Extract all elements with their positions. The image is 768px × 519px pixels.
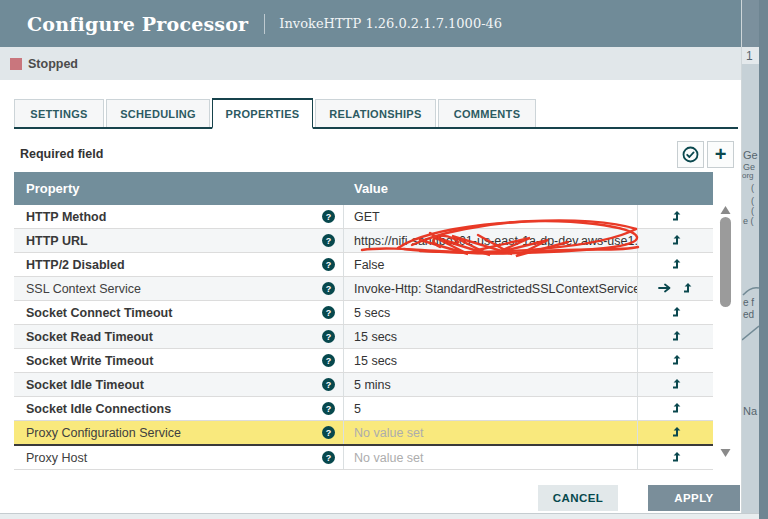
property-name: SSL Context Service	[26, 282, 322, 296]
table-row[interactable]: Socket Connect Timeout?5 secs	[14, 301, 713, 325]
tab-scheduling[interactable]: SCHEDULING	[106, 99, 210, 127]
help-icon[interactable]: ?	[322, 354, 335, 367]
property-name-cell: Proxy Host?	[14, 446, 344, 469]
table-scrollbar	[719, 205, 732, 458]
property-value-cell[interactable]: No value set	[344, 421, 638, 444]
table-row[interactable]: Socket Read Timeout?15 secs	[14, 325, 713, 349]
page-bottom-strip	[0, 513, 759, 519]
property-value-cell[interactable]: 15 secs	[344, 349, 638, 372]
background-text-fragment: (	[751, 207, 754, 216]
nifi-screen: 1GeGeorg(((e (e fedNa Configure Processo…	[0, 0, 768, 519]
property-name: Socket Connect Timeout	[26, 306, 322, 320]
table-row[interactable]: HTTP Method?GET	[14, 205, 713, 229]
property-name-cell: HTTP Method?	[14, 205, 344, 228]
table-row[interactable]: Proxy Configuration Service?No value set	[14, 421, 713, 446]
help-icon[interactable]: ?	[322, 451, 335, 464]
apply-button[interactable]: APPLY	[648, 485, 740, 511]
column-header-value: Value	[344, 181, 713, 196]
property-name: HTTP URL	[26, 234, 322, 248]
table-row[interactable]: Socket Write Timeout?15 secs	[14, 349, 713, 373]
background-text-fragment: 1	[746, 50, 753, 62]
convert-to-parameter-icon[interactable]	[670, 328, 682, 346]
convert-to-parameter-icon[interactable]	[670, 376, 682, 394]
property-name-cell: HTTP URL?	[14, 229, 344, 252]
processor-status-bar: Stopped	[0, 47, 741, 80]
convert-to-parameter-icon[interactable]	[670, 424, 682, 442]
property-value-cell[interactable]: 5	[344, 397, 638, 420]
table-row[interactable]: Socket Idle Connections?5	[14, 397, 713, 421]
convert-to-parameter-icon[interactable]	[670, 449, 682, 467]
background-text-fragment: (	[751, 184, 754, 193]
table-row[interactable]: Proxy Host?No value set	[14, 446, 713, 470]
convert-to-parameter-icon[interactable]	[681, 280, 693, 298]
table-row[interactable]: HTTP URL?https://nifi-sandbox01-us-east-…	[14, 229, 713, 253]
help-icon[interactable]: ?	[322, 258, 335, 271]
convert-to-parameter-icon[interactable]	[670, 400, 682, 418]
row-actions-cell	[638, 253, 713, 276]
verify-properties-button[interactable]	[677, 141, 704, 168]
property-value-cell[interactable]: No value set	[344, 446, 638, 469]
background-text-fragment: ed	[743, 310, 754, 320]
table-row[interactable]: Socket Idle Timeout?5 mins	[14, 373, 713, 397]
processor-name-version: InvokeHTTP 1.26.0.2.1.7.1000-46	[279, 16, 502, 31]
help-icon[interactable]: ?	[322, 426, 335, 439]
property-name: Proxy Host	[26, 451, 322, 465]
property-name: Socket Write Timeout	[26, 354, 322, 368]
background-text-fragment: (	[751, 197, 754, 206]
property-name: Proxy Configuration Service	[26, 426, 322, 440]
property-value-cell[interactable]: https://nifi-sandbox01-us-east-1a-dp-dev…	[344, 229, 638, 252]
row-actions-cell	[638, 301, 713, 324]
tab-settings[interactable]: SETTINGS	[14, 99, 104, 127]
tab-comments[interactable]: COMMENTS	[438, 99, 536, 127]
dialog-header: Configure Processor InvokeHTTP 1.26.0.2.…	[0, 0, 741, 47]
table-header: Property Value	[14, 172, 713, 205]
convert-to-parameter-icon[interactable]	[670, 256, 682, 274]
property-value-cell[interactable]: 5 mins	[344, 373, 638, 396]
help-icon[interactable]: ?	[322, 378, 335, 391]
property-name-cell: Proxy Configuration Service?	[14, 421, 344, 444]
convert-to-parameter-icon[interactable]	[670, 208, 682, 226]
stopped-icon	[10, 58, 22, 70]
cancel-button[interactable]: CANCEL	[538, 485, 618, 511]
verify-properties-icon	[682, 146, 699, 163]
tab-properties[interactable]: PROPERTIES	[212, 98, 313, 129]
add-property-icon: +	[715, 144, 727, 164]
property-name-cell: Socket Connect Timeout?	[14, 301, 344, 324]
help-icon[interactable]: ?	[322, 282, 335, 295]
goto-service-icon[interactable]	[658, 280, 672, 298]
table-row[interactable]: HTTP/2 Disabled?False	[14, 253, 713, 277]
tab-relationships[interactable]: RELATIONSHIPS	[315, 99, 436, 127]
background-text-fragment: Na	[743, 406, 757, 417]
property-name: HTTP/2 Disabled	[26, 258, 322, 272]
background-canvas: 1GeGeorg(((e (e fedNa	[742, 0, 768, 519]
property-value-cell[interactable]: 15 secs	[344, 325, 638, 348]
property-value-cell[interactable]: False	[344, 253, 638, 276]
table-body: HTTP Method?GETHTTP URL?https://nifi-san…	[14, 205, 713, 470]
scrollbar-up-arrow[interactable]	[720, 205, 731, 215]
convert-to-parameter-icon[interactable]	[670, 352, 682, 370]
table-row[interactable]: SSL Context Service?Invoke-Http: Standar…	[14, 277, 713, 301]
property-value-cell[interactable]: Invoke-Http: StandardRestrictedSSLContex…	[344, 277, 638, 300]
convert-to-parameter-icon[interactable]	[670, 232, 682, 250]
row-actions-cell	[638, 277, 713, 300]
add-property-button[interactable]: +	[707, 141, 734, 168]
help-icon[interactable]: ?	[322, 402, 335, 415]
row-actions-cell	[638, 446, 713, 469]
dialog-tabs: SETTINGSSCHEDULINGPROPERTIESRELATIONSHIP…	[14, 98, 738, 129]
help-icon[interactable]: ?	[322, 306, 335, 319]
help-icon[interactable]: ?	[322, 210, 335, 223]
convert-to-parameter-icon[interactable]	[670, 304, 682, 322]
status-label: Stopped	[28, 57, 78, 71]
row-actions-cell	[638, 373, 713, 396]
column-header-property: Property	[14, 181, 344, 196]
background-connection-lines	[742, 0, 759, 519]
scrollbar-down-arrow[interactable]	[720, 448, 731, 458]
scrollbar-thumb[interactable]	[720, 217, 731, 307]
help-icon[interactable]: ?	[322, 234, 335, 247]
property-name-cell: SSL Context Service?	[14, 277, 344, 300]
property-value-cell[interactable]: GET	[344, 205, 638, 228]
property-value-cell[interactable]: 5 secs	[344, 301, 638, 324]
properties-table: Property Value HTTP Method?GETHTTP URL?h…	[14, 172, 713, 470]
help-icon[interactable]: ?	[322, 330, 335, 343]
background-text-fragment: Ge	[743, 150, 758, 161]
